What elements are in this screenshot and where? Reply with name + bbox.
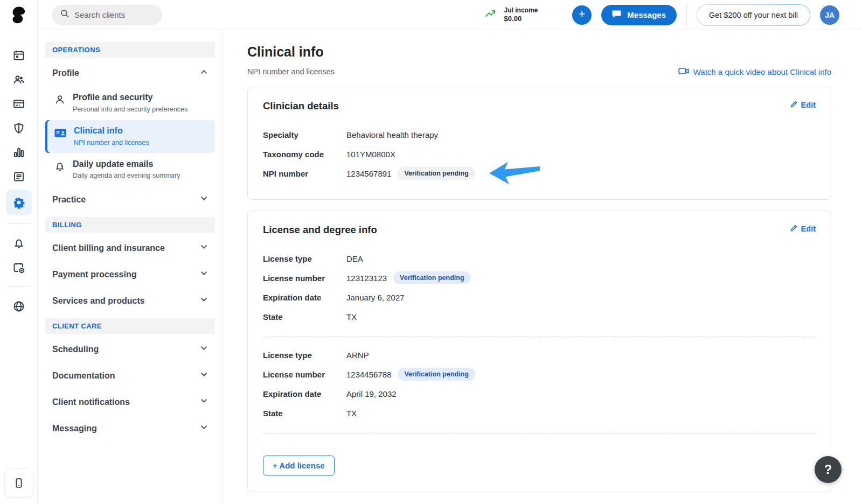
dashed-divider: [263, 433, 816, 433]
card-title: License and degree info: [263, 224, 816, 236]
group-label: Messaging: [52, 424, 97, 433]
clients-icon[interactable]: [6, 67, 31, 92]
chevron-down-icon: [200, 194, 208, 205]
billing-card-icon[interactable]: [6, 92, 31, 116]
item-text: Clinical info NPI number and licenses: [74, 125, 149, 146]
sidebar-group-client-notifications[interactable]: Client notifications: [45, 389, 215, 415]
income-label: Jul income: [504, 6, 538, 15]
chevron-down-icon: [200, 269, 208, 279]
shield-icon[interactable]: [6, 116, 31, 140]
group-label: Profile: [52, 68, 79, 78]
search-input-wrapper[interactable]: [52, 5, 162, 25]
settings-sidebar: OPERATIONS Profile Profile and security …: [38, 30, 223, 504]
offer-label: Get $200 off your next bill: [709, 11, 798, 19]
section-header-operations: OPERATIONS: [45, 42, 215, 58]
content-column: Jul income $0.00 + Messages Get $200 off…: [38, 0, 862, 504]
sidebar-group-payment-processing[interactable]: Payment processing: [45, 261, 215, 288]
sidebar-group-profile[interactable]: Profile: [45, 60, 215, 86]
sidebar-group-services-and-products[interactable]: Services and products: [45, 288, 215, 314]
mobile-phone-icon[interactable]: [4, 468, 33, 498]
license-degree-card: License and degree info Edit License typ…: [247, 211, 831, 492]
income-value: $0.00: [504, 15, 538, 23]
bell-icon[interactable]: [6, 231, 31, 255]
page-title: Clinical info: [247, 44, 335, 60]
info-row-license-number: License number 1234456788 Verification p…: [263, 365, 816, 384]
info-row-expiration-date: Expiration date January 6, 2027: [263, 288, 816, 307]
info-row-license-type: License type ARNP: [263, 345, 816, 365]
add-license-label: + Add license: [273, 461, 325, 470]
sidebar-group-documentation[interactable]: Documentation: [45, 362, 215, 389]
section-header-client-care: CLIENT CARE: [45, 318, 215, 334]
info-row-state: State TX: [263, 307, 816, 326]
group-label: Documentation: [52, 371, 115, 381]
messages-button[interactable]: Messages: [601, 5, 677, 25]
page-header: Clinical info NPI number and licenses Wa…: [247, 44, 831, 76]
sidebar-item-clinical-info[interactable]: Clinical info NPI number and licenses: [45, 120, 215, 153]
help-button[interactable]: ?: [815, 456, 842, 483]
clinician-rows: Specialty Behavioral health therapy Taxo…: [263, 125, 816, 183]
item-text: Profile and security Personal info and s…: [73, 92, 187, 113]
info-row-npi-number: NPI number 1234567891 Verification pendi…: [263, 164, 816, 183]
edit-label: Edit: [801, 225, 816, 233]
status-badge: Verification pending: [393, 271, 470, 284]
notes-icon[interactable]: [6, 164, 31, 188]
app-root: Jul income $0.00 + Messages Get $200 off…: [0, 0, 862, 504]
sidebar-group-messaging[interactable]: Messaging: [45, 415, 215, 442]
globe-icon[interactable]: [6, 294, 31, 318]
avatar[interactable]: JA: [820, 5, 839, 25]
trend-line-icon: [485, 9, 499, 22]
group-label: Practice: [52, 195, 86, 205]
simplepractice-logo-icon[interactable]: [9, 5, 29, 25]
bar-chart-icon[interactable]: [6, 140, 31, 164]
rail-divider: [7, 286, 31, 287]
watch-video-link[interactable]: Watch a quick video about Clinical info: [678, 67, 831, 77]
id-card-icon: [54, 127, 67, 141]
sidebar-group-client-billing-and-insurance[interactable]: Client billing and insurance: [45, 235, 215, 261]
plus-label: +: [579, 8, 586, 20]
license-entry: License type ARNP License number 1234456…: [263, 345, 816, 423]
income-text: Jul income $0.00: [504, 6, 538, 23]
search-input[interactable]: [74, 10, 155, 19]
rail-divider: [7, 223, 31, 224]
info-row-expiration-date: Expiration date April 19, 2032: [263, 384, 816, 403]
create-button[interactable]: +: [572, 5, 592, 25]
item-text: Daily update emails Daily agenda and eve…: [73, 159, 180, 180]
sidebar-group-practice[interactable]: Practice: [45, 186, 215, 213]
info-row-license-number: License number 123123123 Verification pe…: [263, 268, 816, 288]
section-header-billing: BILLING: [45, 217, 215, 233]
group-label: Client notifications: [52, 397, 130, 407]
status-badge: Verification pending: [398, 167, 475, 180]
sidebar-item-profile-and-security[interactable]: Profile and security Personal info and s…: [45, 87, 215, 120]
add-license-button[interactable]: + Add license: [263, 456, 335, 475]
calendar-add-icon[interactable]: [6, 255, 31, 279]
card-title: Clinician details: [263, 100, 816, 112]
video-camera-icon: [678, 67, 689, 77]
page-subtitle: NPI number and licenses: [247, 67, 335, 76]
edit-clinician-details-button[interactable]: Edit: [790, 100, 816, 110]
topbar: Jul income $0.00 + Messages Get $200 off…: [38, 0, 862, 30]
edit-license-info-button[interactable]: Edit: [790, 224, 816, 234]
gear-icon[interactable]: [6, 190, 32, 215]
info-row-state: State TX: [263, 403, 816, 423]
avatar-initials: JA: [825, 11, 835, 19]
question-mark-icon: ?: [824, 462, 832, 477]
item-title: Profile and security: [73, 92, 187, 103]
income-summary: Jul income $0.00: [485, 6, 538, 23]
sidebar-group-scheduling[interactable]: Scheduling: [45, 336, 215, 362]
group-label: Client billing and insurance: [52, 243, 165, 253]
calendar-icon[interactable]: [6, 43, 31, 67]
referral-offer-button[interactable]: Get $200 off your next bill: [697, 4, 810, 26]
main-content: Clinical info NPI number and licenses Wa…: [223, 30, 862, 504]
item-desc: Daily agenda and evening summary: [73, 172, 180, 179]
bell-gear-icon: [54, 160, 66, 174]
chevron-down-icon: [200, 370, 208, 381]
pencil-icon: [790, 100, 798, 110]
license-entry: License type DEA License number 12312312…: [263, 249, 816, 326]
sidebar-item-daily-update-emails[interactable]: Daily update emails Daily agenda and eve…: [45, 153, 215, 186]
group-label: Scheduling: [52, 345, 99, 354]
person-icon: [54, 94, 66, 108]
chat-bubble-icon: [612, 10, 622, 20]
item-desc: Personal info and security preferences: [73, 106, 187, 113]
item-title: Clinical info: [74, 125, 149, 137]
pencil-icon: [790, 224, 798, 234]
